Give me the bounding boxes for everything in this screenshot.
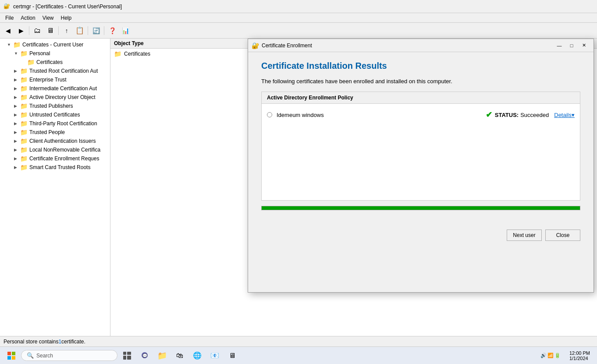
toolbar-sep-2 [58, 26, 59, 35]
dialog-footer: Next user Close [248, 226, 593, 244]
chat-button[interactable]: 💬 [137, 348, 153, 364]
tree-item-cert-enrollment-req[interactable]: ▶ 📁 Certificate Enrollment Reques [0, 154, 110, 163]
menu-help[interactable]: Help [57, 14, 75, 22]
app-button[interactable]: 🖥 [224, 348, 240, 364]
menu-action[interactable]: Action [17, 14, 39, 22]
dialog-description: The following certificates have been enr… [261, 78, 580, 85]
dialog-maximize-button[interactable]: □ [565, 41, 578, 50]
details-label: Details [554, 112, 572, 118]
expand-icon-local: ▶ [14, 148, 19, 152]
task-view-icon [123, 352, 131, 360]
svg-rect-3 [12, 356, 15, 360]
tree-item-trusted-root[interactable]: ▶ 📁 Trusted Root Certification Aut [0, 67, 110, 75]
refresh-button[interactable]: 🔄 [90, 25, 102, 36]
menu-view[interactable]: View [39, 14, 57, 22]
store-icon: 🛍 [176, 352, 183, 360]
tree-label-enterprise: Enterprise Trust [29, 77, 67, 83]
up-button[interactable]: 🗂 [31, 25, 43, 36]
next-user-button[interactable]: Next user [507, 230, 542, 241]
tree-label-personal: Personal [29, 50, 50, 57]
tree-label-trusted-root: Trusted Root Certification Aut [29, 68, 98, 74]
certificate-enrollment-dialog: 🔐 Certificate Enrollment — □ ✕ Certifica… [248, 39, 594, 293]
back-button[interactable]: ◀ [2, 25, 14, 36]
windows-logo-icon [7, 352, 15, 360]
tree-label-certificates: Certificates [36, 59, 63, 65]
sys-tray-icons[interactable]: 🔊 📶 🔋 [537, 353, 564, 358]
task-view-button[interactable] [119, 348, 135, 364]
expand-icon-root: ▼ [7, 42, 12, 47]
svg-rect-4 [123, 352, 126, 355]
tree-item-trusted-people[interactable]: ▶ 📁 Trusted People [0, 128, 110, 137]
folder-icon-smart-card: 📁 [20, 164, 28, 171]
tree-label-ad: Active Directory User Object [29, 94, 96, 100]
app-icon: 🔐 [4, 3, 11, 10]
tree-item-trusted-publishers[interactable]: ▶ 📁 Trusted Publishers [0, 102, 110, 110]
tree-item-smart-card[interactable]: ▶ 📁 Smart Card Trusted Roots [0, 163, 110, 172]
file-explorer-button[interactable]: 📁 [154, 348, 170, 364]
svg-rect-5 [127, 352, 131, 355]
dialog-close-button[interactable]: ✕ [578, 41, 590, 50]
expand-icon-third-party: ▶ [14, 121, 19, 126]
menu-bar: File Action View Help [0, 13, 597, 23]
tree-item-intermediate[interactable]: ▶ 📁 Intermediate Certification Aut [0, 84, 110, 93]
export-button[interactable]: ↑ [60, 25, 73, 36]
tree-label-untrusted: Untrusted Certificates [29, 112, 80, 118]
folder-icon-personal: 📁 [20, 50, 28, 57]
tree-label-client-auth: Client Authentication Issuers [29, 138, 96, 144]
toolbar: ◀ ▶ 🗂 🖥 ↑ 📋 🔄 ❓ 📊 [0, 23, 597, 39]
tree-item-active-directory[interactable]: ▶ 📁 Active Directory User Object [0, 93, 110, 102]
properties-button[interactable]: 📊 [119, 25, 131, 36]
toolbar-sep-1 [29, 26, 29, 35]
start-button[interactable] [4, 348, 19, 364]
expand-icon-ad: ▶ [14, 95, 19, 99]
close-button[interactable]: Close [545, 230, 580, 241]
file-explorer-icon: 📁 [157, 351, 167, 360]
show-hide-button[interactable]: 🖥 [44, 25, 57, 36]
tree-root[interactable]: ▼ 📁 Certificates - Current User [0, 40, 110, 49]
tree-label-trusted-people: Trusted People [29, 129, 65, 135]
folder-icon-trusted-people: 📁 [20, 129, 28, 136]
tree-root-label: Certificates - Current User [22, 42, 83, 48]
title-bar: 🔐 certmgr - [Certificates - Current User… [0, 0, 597, 13]
edge-icon: 🌐 [193, 351, 202, 360]
store-button[interactable]: 🛍 [172, 348, 188, 364]
network-icon: 📶 [547, 353, 554, 358]
menu-file[interactable]: File [2, 14, 17, 22]
tree-item-local-nonremovable[interactable]: ▶ 📁 Local NonRemovable Certifica [0, 145, 110, 154]
tree-label-smart-card: Smart Card Trusted Roots [29, 164, 90, 170]
folder-icon-enterprise: 📁 [20, 76, 28, 83]
time-display: 12:00 PM1/1/2024 [569, 350, 590, 361]
tree-item-certificates[interactable]: 📁 Certificates [0, 58, 110, 67]
edge-button[interactable]: 🌐 [189, 348, 205, 364]
right-panel-item-label: Certificates [124, 51, 150, 57]
folder-icon-cert-req: 📁 [20, 155, 28, 162]
dialog-title-text: Certificate Enrollment [262, 42, 553, 49]
tree-item-personal[interactable]: ▼ 📁 Personal [0, 49, 110, 58]
folder-icon-root: 📁 [13, 41, 21, 48]
search-icon: 🔍 [27, 352, 34, 359]
outlook-button[interactable]: 📧 [207, 348, 223, 364]
expand-icon-cert-req: ▶ [14, 156, 19, 161]
taskbar-search[interactable]: 🔍 Search [21, 350, 117, 361]
expand-icon-enterprise: ▶ [14, 78, 19, 82]
status-text-end: certificate. [61, 339, 85, 345]
tree-item-untrusted[interactable]: ▶ 📁 Untrusted Certificates [0, 110, 110, 119]
tree-item-enterprise-trust[interactable]: ▶ 📁 Enterprise Trust [0, 75, 110, 84]
svg-rect-2 [7, 356, 11, 360]
help-button[interactable]: ❓ [106, 25, 118, 36]
import-button[interactable]: 📋 [74, 25, 86, 36]
folder-icon-trusted-root: 📁 [20, 67, 28, 74]
toolbar-sep-3 [88, 26, 88, 35]
forward-button[interactable]: ▶ [15, 25, 27, 36]
dialog-minimize-button[interactable]: — [553, 41, 565, 50]
expand-icon-client-auth: ▶ [14, 139, 19, 143]
folder-icon-untrusted: 📁 [20, 111, 28, 118]
enrollment-details-link[interactable]: Details ▾ [554, 112, 575, 118]
tree-item-client-auth[interactable]: ▶ 📁 Client Authentication Issuers [0, 137, 110, 145]
folder-icon-certs: 📁 [27, 59, 35, 66]
status-bar: Personal store contains 1 certificate. [0, 336, 597, 346]
tree-panel[interactable]: ▼ 📁 Certificates - Current User ▼ 📁 Pers… [0, 39, 110, 336]
expand-icon-publishers: ▶ [14, 104, 19, 108]
tree-item-third-party[interactable]: ▶ 📁 Third-Party Root Certification [0, 119, 110, 128]
expand-icon-trusted-people: ▶ [14, 130, 19, 134]
